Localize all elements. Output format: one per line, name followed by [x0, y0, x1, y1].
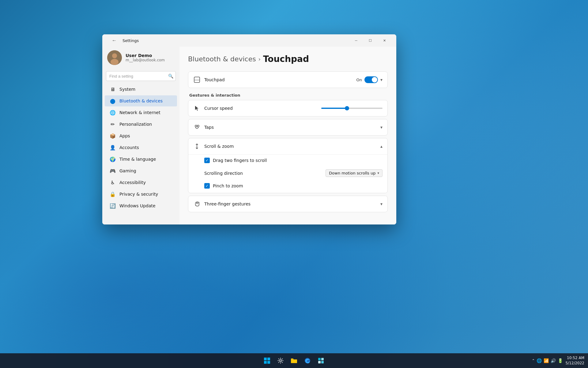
close-button[interactable]: ✕: [377, 36, 391, 45]
drag-two-fingers-label: Drag two fingers to scroll: [213, 158, 267, 163]
taps-right: ▾: [380, 125, 383, 130]
taskbar-explorer-icon[interactable]: [288, 355, 300, 367]
start-button[interactable]: [261, 355, 273, 367]
sidebar-item-time[interactable]: 🌍 Time & language: [105, 154, 177, 165]
taskbar-edge-icon[interactable]: [301, 355, 314, 367]
svg-rect-10: [267, 361, 270, 364]
user-name: User Demo: [126, 53, 175, 58]
wifi-icon[interactable]: 📶: [544, 358, 549, 363]
svg-point-1: [112, 53, 117, 58]
breadcrumb-current: Touchpad: [263, 54, 309, 64]
pinch-to-zoom-checkbox[interactable]: ✓: [204, 183, 210, 189]
sidebar-item-privacy[interactable]: 🔒 Privacy & security: [105, 189, 177, 200]
cursor-speed-row: Cursor speed: [188, 100, 387, 116]
sidebar-item-update[interactable]: 🔄 Windows Update: [105, 200, 177, 211]
svg-point-6: [197, 125, 199, 127]
time-icon: 🌍: [110, 156, 116, 162]
scroll-zoom-right: ▴: [380, 144, 383, 149]
touchpad-right: On ▾: [356, 76, 383, 83]
gestures-heading: Gestures & interaction: [188, 93, 388, 98]
sidebar-item-system[interactable]: 🖥 System: [105, 84, 177, 95]
back-button[interactable]: ←: [107, 36, 121, 45]
sidebar-item-bluetooth[interactable]: ⬤ Bluetooth & devices: [105, 95, 177, 106]
scrolling-direction-row: Scrolling direction Down motion scrolls …: [188, 166, 387, 180]
scrolling-direction-value: Down motion scrolls up: [329, 171, 375, 175]
sidebar-item-network[interactable]: 🌐 Network & internet: [105, 107, 177, 118]
three-finger-row[interactable]: Three-finger gestures ▾: [188, 196, 387, 212]
taskbar-store-icon[interactable]: [315, 355, 327, 367]
touchpad-row: Touchpad On ▾: [188, 72, 387, 88]
maximize-button[interactable]: ☐: [363, 36, 377, 45]
battery-icon[interactable]: 🔋: [558, 358, 563, 363]
search-input[interactable]: [106, 71, 176, 81]
sidebar-item-personalization[interactable]: ✏️ Personalization: [105, 119, 177, 130]
pinch-to-zoom-row: ✓ Pinch to zoom: [188, 180, 387, 193]
sidebar-item-gaming-label: Gaming: [119, 168, 136, 173]
drag-two-fingers-row: ✓ Drag two fingers to scroll: [188, 155, 387, 166]
user-section[interactable]: User Demo m__lab@outlook.com: [102, 47, 179, 71]
sidebar-item-accessibility[interactable]: ♿ Accessibility: [105, 177, 177, 188]
scroll-zoom-collapse-icon[interactable]: ▴: [380, 144, 383, 149]
taps-icon: [193, 124, 201, 131]
svg-rect-9: [264, 361, 267, 364]
update-icon: 🔄: [110, 203, 116, 209]
svg-point-2: [111, 59, 119, 65]
pinch-to-zoom-label: Pinch to zoom: [213, 183, 243, 188]
settings-window: ← Settings ─ ☐ ✕ User Demo m_: [102, 34, 396, 224]
taps-row[interactable]: Taps ▾: [188, 119, 387, 135]
taskbar-clock[interactable]: 10:52 AM 5/12/2022: [565, 355, 584, 366]
dropdown-chevron-icon: ▾: [377, 171, 379, 175]
sidebar-item-accessibility-label: Accessibility: [119, 180, 146, 185]
scrolling-direction-dropdown[interactable]: Down motion scrolls up ▾: [326, 169, 383, 177]
accounts-icon: 👤: [110, 144, 116, 151]
sidebar-item-update-label: Windows Update: [119, 203, 156, 208]
system-tray-icons: ⌃ 🌐 📶 🔊 🔋: [532, 358, 563, 363]
three-finger-icon: [193, 200, 201, 208]
network-tray-icon[interactable]: 🌐: [537, 358, 542, 363]
svg-rect-3: [194, 77, 200, 82]
touchpad-toggle[interactable]: [364, 76, 378, 83]
checkbox-check-icon: ✓: [205, 158, 209, 163]
slider-thumb[interactable]: [345, 106, 349, 110]
tray-arrow-icon[interactable]: ⌃: [532, 358, 535, 363]
accessibility-icon: ♿: [110, 179, 116, 186]
sidebar-item-gaming[interactable]: 🎮 Gaming: [105, 165, 177, 176]
breadcrumb-parent[interactable]: Bluetooth & devices: [188, 55, 256, 63]
touchpad-expand-icon[interactable]: ▾: [380, 77, 383, 82]
svg-point-5: [195, 125, 197, 127]
sidebar-item-system-label: System: [119, 87, 135, 92]
system-icon: 🖥: [110, 86, 116, 92]
svg-rect-15: [318, 361, 321, 363]
cursor-speed-control: [321, 108, 383, 109]
sidebar-item-privacy-label: Privacy & security: [119, 192, 158, 197]
taskbar-settings-icon[interactable]: [274, 355, 287, 367]
taskbar-center: [261, 355, 327, 367]
taps-expand-icon[interactable]: ▾: [380, 125, 383, 130]
svg-rect-13: [318, 358, 321, 360]
scroll-zoom-card: Scroll & zoom ▴ ✓ Drag two fingers to sc…: [188, 138, 388, 193]
scroll-zoom-header[interactable]: Scroll & zoom ▴: [188, 138, 387, 154]
volume-icon[interactable]: 🔊: [551, 358, 556, 363]
drag-two-fingers-checkbox[interactable]: ✓: [204, 158, 210, 163]
touchpad-state: On: [356, 78, 362, 82]
window-controls: ─ ☐ ✕: [349, 36, 391, 45]
slider-fill: [321, 108, 347, 109]
title-bar: ← Settings ─ ☐ ✕: [102, 34, 396, 47]
search-box: 🔍: [106, 71, 176, 81]
sidebar-item-apps[interactable]: 📦 Apps: [105, 130, 177, 141]
user-email: m__lab@outlook.com: [126, 58, 175, 62]
user-info: User Demo m__lab@outlook.com: [126, 53, 175, 62]
apps-icon: 📦: [110, 133, 116, 139]
sidebar-item-bluetooth-label: Bluetooth & devices: [119, 98, 163, 103]
avatar: [107, 50, 122, 65]
cursor-speed-slider[interactable]: [321, 108, 383, 109]
gaming-icon: 🎮: [110, 168, 116, 174]
sidebar: User Demo m__lab@outlook.com 🔍 🖥 System …: [102, 47, 179, 224]
scroll-zoom-label: Scroll & zoom: [204, 144, 377, 149]
three-finger-expand-icon[interactable]: ▾: [380, 201, 383, 206]
svg-point-11: [280, 360, 281, 362]
minimize-button[interactable]: ─: [349, 36, 363, 45]
sidebar-item-accounts[interactable]: 👤 Accounts: [105, 142, 177, 153]
taskbar-time-display: 10:52 AM: [565, 355, 584, 361]
taskbar-date-display: 5/12/2022: [565, 361, 584, 366]
